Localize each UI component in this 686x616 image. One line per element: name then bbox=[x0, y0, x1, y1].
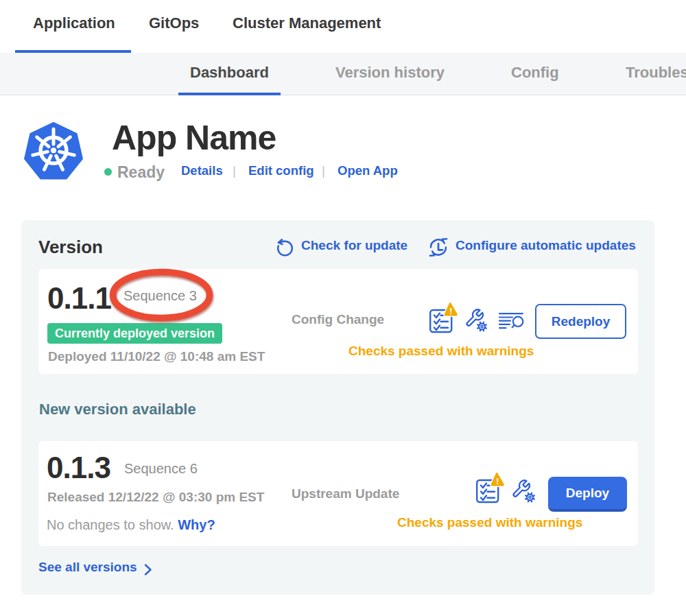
svg-text:!: ! bbox=[449, 307, 452, 316]
svg-text:!: ! bbox=[496, 477, 499, 486]
